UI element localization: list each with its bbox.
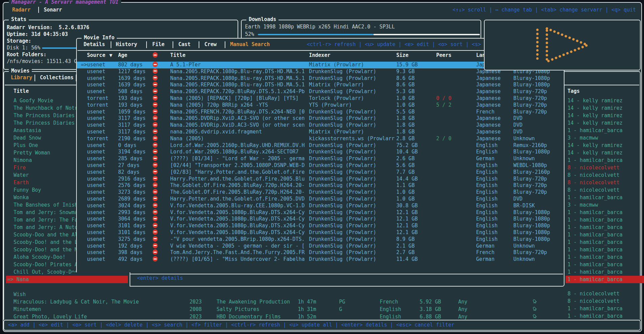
age-cell: 802 days: [118, 62, 142, 68]
quality-cell: Bluray-1080p: [513, 236, 550, 243]
search-result-row[interactable]: usenet 2993 days V.for.Vendetta.2005.108…: [77, 209, 564, 216]
source-cell: usenet: [87, 109, 105, 116]
search-result-row[interactable]: usenet 508 days Nana.2005.REPACK.720p.Bl…: [77, 88, 564, 95]
selection-marker: =>: [81, 62, 87, 68]
indexer-cell: Miatrix (Prowlarr): [309, 82, 364, 88]
tab-collections[interactable]: Collections: [40, 75, 73, 81]
movie-list-item[interactable]: Tom and Jerry: The Fa: [14, 216, 79, 224]
search-result-row[interactable]: torrent 2190 days Nana (2005) kickasstor…: [77, 135, 564, 142]
selected-movie-row[interactable]: => Nana: [6, 276, 128, 283]
movie-list-item[interactable]: Tom and Jerry: A Nutc: [14, 224, 79, 231]
release-title-cell: Nana.2005.REPACK.720p.BluRay.DTS.5.1.x26…: [170, 88, 305, 95]
tag-item: 1 - hamilcar_barca: [568, 127, 644, 134]
col-indexer[interactable]: Indexer: [309, 52, 330, 58]
search-result-row[interactable]: usenet 3117 days nana.2005.dvdrip.xvid.f…: [77, 129, 564, 135]
search-result-row[interactable]: usenet 2576 days The.Goblet.Of.Fire.2005…: [77, 182, 564, 189]
movie-list-item[interactable]: Chill Out, Scooby-Doo: [14, 268, 79, 276]
tab-details[interactable]: Details: [84, 41, 105, 47]
movie-list-item[interactable]: The Princess Diaries: [14, 112, 79, 119]
search-result-row[interactable]: usenet 3024 days V.for.Vendetta.2005.Blu…: [77, 203, 564, 209]
search-result-row[interactable]: usenet 3101 days V.for.Vendetta.2005.108…: [77, 229, 564, 236]
age-cell: 3101 days: [118, 223, 146, 229]
search-result-row[interactable]: usenet 285 days (????) [01/34] - "Lord o…: [77, 155, 564, 162]
age-cell: 0 days: [118, 142, 136, 149]
movie-list-item[interactable]: Scooby-Doo and the Al: [14, 231, 79, 238]
quality-cell: Bluray-1080p: [513, 229, 550, 236]
quality-cell: WEBDL-1080p: [513, 162, 547, 169]
tab-manual-search[interactable]: Manual Search: [230, 41, 270, 47]
movie-list-item[interactable]: Fire: [14, 164, 79, 171]
search-result-row[interactable]: usenet 1059 days Nana.2005.FRENCH.720p.B…: [77, 109, 564, 116]
search-result-row[interactable]: usenet 3101 days V.for.Vendetta.2005.108…: [77, 223, 564, 229]
movie-list-item[interactable]: The Hunchback of Notr: [14, 104, 79, 112]
movie-list-item[interactable]: Funny Boy: [14, 186, 79, 194]
tab-file[interactable]: File: [152, 41, 164, 47]
rejected-icon: [153, 155, 158, 162]
disk-usage: Disk 1: 56%: [7, 45, 40, 51]
source-cell: usenet: [87, 62, 105, 68]
movie-list-item[interactable]: Earth: [14, 179, 79, 186]
movie-list-item[interactable]: Dead Snow: [14, 134, 79, 142]
tab-history[interactable]: History: [116, 41, 137, 47]
search-result-row[interactable]: usenet 3117 days Nana.2005.DVDRip.XviD.A…: [77, 115, 564, 122]
search-result-row[interactable]: usenet 398 days Tom.And.Jerry.The.Fast.A…: [77, 249, 564, 256]
servarr-tab[interactable]: Sonarr: [38, 7, 67, 13]
tab-library[interactable]: Library: [11, 75, 32, 81]
col-title[interactable]: Title: [170, 52, 185, 58]
search-result-row[interactable]: torrent 193 days Nana (2005) [REPACK] [7…: [77, 95, 564, 102]
movie-list-item[interactable]: The Princess Diaries: [14, 119, 79, 127]
rejected-icon: [153, 88, 158, 95]
movie-list-item[interactable]: Pretty Woman: [14, 149, 79, 156]
age-cell: 3117 days: [118, 129, 146, 135]
servarr-tab[interactable]: Radarr: [7, 7, 35, 13]
search-result-row[interactable]: usenet 3273 days The.Goblet.Of.Fire.2005…: [77, 189, 564, 196]
age-cell: 285 days: [118, 155, 142, 162]
movie-list-item[interactable]: Scooby-Doo! Pirates A: [14, 261, 79, 268]
movie-list-item[interactable]: Water: [14, 171, 79, 179]
tag-item: 14 - kelly ramirez: [568, 119, 644, 127]
rejected-icon: [153, 68, 158, 75]
search-result-row[interactable]: usenet 27 days [02/44] "Transporter 2.20…: [77, 162, 564, 169]
quality-cell: Unknown: [513, 243, 535, 250]
col-source[interactable]: Source: [87, 52, 105, 58]
movie-list-item[interactable]: A Goofy Movie: [14, 97, 79, 104]
release-title-cell: Nana.2005.REPACK.1080p.Blu-ray.DTS-HD.MA…: [170, 82, 305, 88]
download-progress-rest: [373, 34, 480, 35]
movie-list-item[interactable]: Anastasia: [14, 127, 79, 134]
release-title-cell: Nana.2005.FRENCH.720p.BluRay.DTS.x264-NE…: [170, 109, 305, 116]
search-result-row[interactable]: usenet 192 days V wie Vendetta - 2005 - …: [77, 243, 564, 250]
search-result-row[interactable]: usenet 3064 days V.for.Vendetta.2005.108…: [77, 216, 564, 223]
search-result-row[interactable]: usenet 1639 days Nana.2005.REPACK.1080p.…: [77, 82, 564, 88]
search-result-row[interactable]: torrent 193 days Nana (2005) 720p BRRip …: [77, 102, 564, 109]
quality-cell: Bluray-720p: [513, 95, 547, 102]
col-age[interactable]: Age: [118, 52, 127, 58]
language-cell: English: [476, 142, 497, 149]
search-result-row[interactable]: usenet 3117 days Nana.2005.DVDRip.XviD.A…: [77, 122, 564, 129]
search-result-row[interactable]: usenet 3194 days Lord.of.War.2005.1080p.…: [77, 149, 564, 155]
col-peers[interactable]: Peers: [436, 52, 451, 58]
col-size[interactable]: Size: [396, 52, 408, 58]
movie-list-item[interactable]: Aloha Scooby-Doo!: [14, 253, 79, 261]
movie-list-item[interactable]: Scooby-Doo! and the M: [14, 246, 79, 253]
search-result-row[interactable]: usenet 2916 days Harry.Potter.and.the.Go…: [77, 176, 564, 183]
search-result-row[interactable]: usenet 0 days Lord.of.War.2005.2160p.Blu…: [77, 142, 564, 149]
search-result-row[interactable]: usenet 492 days (????) [01/65] - "Miss U…: [77, 256, 564, 263]
movie-list-item[interactable]: The Banshees of Inish: [14, 201, 79, 209]
movie-list-item[interactable]: Tom and Jerry: Snowma: [14, 209, 79, 216]
search-result-row[interactable]: usenet 1639 days Nana.2005.REPACK.1080p.…: [77, 75, 564, 82]
movie-row[interactable]: Wish: [14, 291, 636, 298]
search-result-row[interactable]: usenet 3275 days -"V pour vendetta.2005.…: [77, 236, 564, 243]
movie-list-item[interactable]: Plus One: [14, 142, 79, 149]
movie-row[interactable]: Great Photo, Lovely Life 2023 HBO Docume…: [14, 313, 636, 320]
search-result-row[interactable]: usenet 2689 days Harry.Potter.and.the.Go…: [77, 196, 564, 203]
tag-item: 1 - hamilcar_barca: [568, 268, 644, 276]
tab-cast[interactable]: Cast: [178, 41, 191, 47]
movie-row[interactable]: Miraculous: Ladybug & Cat Noir, The Movi…: [14, 298, 636, 306]
movie-list-item[interactable]: Scooby-Doo! and the L: [14, 238, 79, 246]
monitored-bell-icon: [532, 306, 537, 314]
movie-row[interactable]: Minutemen 2008 Salty Pictures 1h 31m G E…: [14, 306, 636, 313]
tab-crew[interactable]: Crew: [204, 41, 217, 47]
search-result-row[interactable]: usenet 82 days [02/83] "Harry.Potter.and…: [77, 169, 564, 176]
movie-list-item[interactable]: Nimona: [14, 156, 79, 164]
movie-list-item[interactable]: Wonka: [14, 194, 79, 201]
